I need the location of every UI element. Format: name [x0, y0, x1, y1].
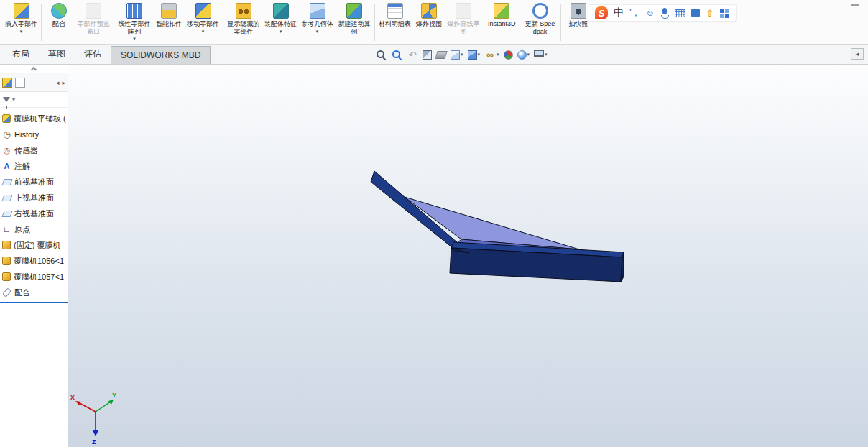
- collapse-task-pane-button[interactable]: ◂: [851, 48, 864, 60]
- tab-scroll-right-icon[interactable]: ▸: [62, 79, 65, 86]
- panel-collapse-handle[interactable]: [0, 65, 68, 73]
- panel-filter-row: ▾: [0, 92, 68, 108]
- ime-skin-icon[interactable]: ⇧: [706, 6, 714, 19]
- zoom-fit-button[interactable]: [374, 48, 388, 61]
- ribbon-button-assembly-features[interactable]: 装配体特征▾: [262, 1, 299, 44]
- sogou-logo-icon[interactable]: S: [595, 6, 608, 19]
- edit-appearance-button[interactable]: [502, 50, 514, 60]
- tab-scroll-left-icon[interactable]: ◂: [56, 79, 60, 86]
- smart-fasteners-icon: [161, 3, 177, 19]
- section-view-button[interactable]: [421, 50, 433, 60]
- chevron-down-icon: ▾: [461, 52, 463, 57]
- display-style-icon: [468, 50, 477, 60]
- axis-x-label: X: [70, 394, 75, 401]
- ribbon-group-separator: [374, 4, 375, 41]
- chevron-left-icon: ◂: [856, 50, 859, 57]
- headsup-view-toolbar: ↶▾▾∞▾▾▾: [374, 46, 549, 63]
- ime-lang-icon[interactable]: 中: [614, 6, 624, 19]
- tree-item-annotations[interactable]: A注解: [0, 158, 68, 174]
- panel-tabs: ◂▸: [0, 73, 68, 92]
- ribbon-button-mate[interactable]: 配合: [43, 1, 75, 44]
- tree-item-label: (固定) 覆膜机: [14, 240, 60, 251]
- chevron-down-icon: ▾: [545, 52, 548, 57]
- ime-mic-icon[interactable]: [660, 6, 669, 19]
- view-settings-button[interactable]: ▾: [532, 50, 549, 59]
- component-icon: [2, 272, 11, 281]
- tree-item-component-1056[interactable]: 覆膜机1056<1: [0, 253, 68, 269]
- display-style-button[interactable]: ▾: [466, 50, 482, 60]
- bom-icon: [387, 3, 403, 19]
- tree-item-label: 配合: [14, 287, 30, 298]
- ribbon-button-reference-geometry[interactable]: 参考几何体▾: [299, 1, 336, 44]
- axis-z-label: Z: [92, 438, 96, 446]
- ribbon-button-bill-of-materials[interactable]: 材料明细表: [377, 1, 413, 44]
- filter-icon[interactable]: [3, 97, 10, 102]
- tab-solidworks-mbd[interactable]: SOLIDWORKS MBD: [111, 46, 211, 64]
- ribbon-button-update-speedpak[interactable]: 更新 Speedpak: [522, 1, 559, 44]
- tree-item-top-plane[interactable]: 上视基准面: [0, 190, 68, 206]
- tab-sketch[interactable]: 草图: [39, 45, 75, 64]
- chevron-down-icon: ▾: [527, 52, 530, 57]
- display-pane-icon[interactable]: [15, 78, 25, 88]
- ribbon-button-label: 显示隐藏的零部件: [227, 20, 260, 35]
- previous-view-icon: ↶: [407, 49, 418, 60]
- ribbon-button-label: 参考几何体: [301, 20, 333, 28]
- sensors-icon: ◎: [2, 146, 11, 155]
- tab-evaluate[interactable]: 评估: [75, 45, 111, 64]
- ribbon-button-new-motion-study[interactable]: 新建运动算例: [336, 1, 373, 44]
- show-hidden-icon: [236, 3, 251, 19]
- ribbon-button-move-component[interactable]: 移动零部件▾: [185, 1, 221, 44]
- chevron-down-icon: ▾: [280, 29, 282, 34]
- snapshot-icon: [571, 3, 586, 19]
- plane-icon: [2, 193, 11, 203]
- ribbon-button-label: 装配体特征: [264, 20, 297, 28]
- graphics-viewport[interactable]: X Y Z: [68, 65, 868, 447]
- ribbon-button-linear-component-pattern[interactable]: 线性零部件阵列▾: [116, 1, 153, 44]
- tabs: 布局草图评估SOLIDWORKS MBD: [3, 45, 211, 64]
- tree-item-front-plane[interactable]: 前视基准面: [0, 174, 68, 190]
- component-icon: [2, 257, 11, 265]
- ime-emoji-icon[interactable]: ☺: [646, 6, 655, 19]
- tree-item-label: 原点: [14, 224, 30, 235]
- ime-tools-icon[interactable]: [691, 9, 700, 17]
- ribbon-button-component-preview: 零部件预览窗口: [75, 1, 112, 44]
- ime-keyboard-icon[interactable]: [675, 9, 685, 17]
- featuremanager-tab-icon[interactable]: [2, 78, 12, 88]
- ribbon-button-label: 智能扣件: [156, 20, 182, 28]
- ime-punctuation-icon[interactable]: ’，: [629, 6, 640, 19]
- chevron-down-icon: ▾: [478, 52, 481, 57]
- move-component-icon: [195, 3, 211, 19]
- tree-item-history[interactable]: ◷History: [0, 126, 68, 142]
- tree-item-component-fixed[interactable]: (固定) 覆膜机: [0, 237, 68, 253]
- tree-item-root[interactable]: 覆膜机平铺板 (: [0, 111, 68, 126]
- hide-show-items-icon: ∞: [484, 49, 496, 60]
- tree-item-right-plane[interactable]: 右视基准面: [0, 206, 68, 221]
- tree-item-component-1057[interactable]: 覆膜机1057<1: [0, 269, 68, 285]
- chevron-down-icon: ▾: [12, 96, 15, 103]
- ribbon-buttons: 插入零部件▾配合零部件预览窗口线性零部件阵列▾智能扣件移动零部件▾显示隐藏的零部…: [3, 1, 594, 44]
- apply-scene-button[interactable]: ▾: [516, 50, 532, 60]
- minimize-icon[interactable]: [851, 4, 859, 6]
- ime-grid-icon[interactable]: [720, 9, 729, 18]
- ribbon-button-insert-component[interactable]: 插入零部件▾: [3, 1, 40, 44]
- tab-layout[interactable]: 布局: [3, 45, 39, 64]
- zoom-area-button[interactable]: [389, 48, 404, 61]
- previous-view-button[interactable]: ↶: [405, 48, 420, 61]
- mate-icon: [51, 3, 67, 19]
- 3d-model[interactable]: [371, 171, 624, 282]
- hide-show-items-button[interactable]: ∞▾: [483, 48, 501, 61]
- ribbon-button-label: 拍快照: [568, 20, 588, 28]
- motion-study-icon: [346, 3, 362, 19]
- ribbon-button-show-hidden-components[interactable]: 显示隐藏的零部件: [225, 1, 262, 44]
- tree-item-origin[interactable]: ∟原点: [0, 221, 68, 237]
- view-orientation-button[interactable]: ▾: [449, 50, 465, 60]
- annotation-3d-view-button[interactable]: [435, 50, 448, 60]
- ribbon-button-label: 更新 Speedpak: [524, 20, 557, 35]
- ribbon-button-exploded-view[interactable]: 爆炸视图: [413, 1, 445, 44]
- ribbon-button-instant3d[interactable]: Instant3D: [486, 1, 518, 44]
- ribbon-button-label: 爆炸视图: [416, 20, 442, 28]
- ribbon-button-smart-fasteners[interactable]: 智能扣件: [153, 1, 185, 44]
- exploded-view-icon: [421, 3, 437, 19]
- tree-item-sensors[interactable]: ◎传感器: [0, 142, 68, 158]
- tree-item-mates[interactable]: 配合: [0, 285, 68, 300]
